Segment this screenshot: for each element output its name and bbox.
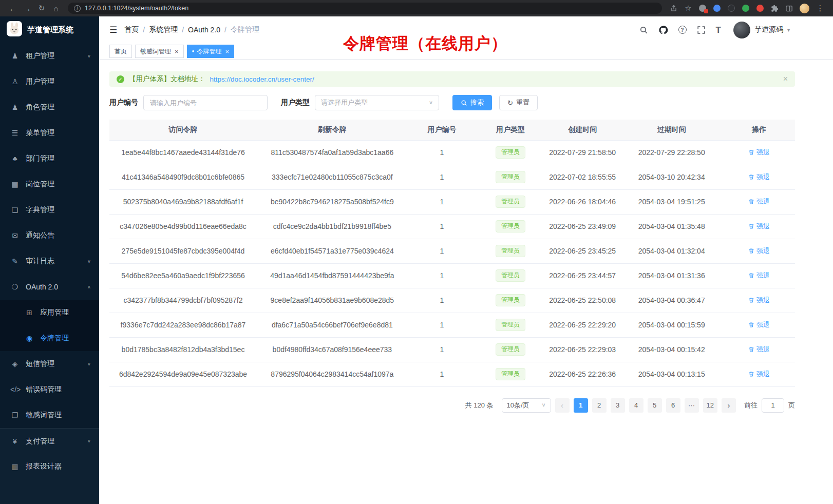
browser-profile-avatar[interactable]	[800, 4, 809, 13]
cell-refresh-token: 49d1aa46d1454fbd87591444423be9fa	[257, 263, 408, 288]
user-profile[interactable]: 芋道源码 ▾	[733, 22, 790, 38]
sidebar-item[interactable]: ☰ 菜单管理	[0, 120, 99, 146]
force-logout-button[interactable]: 强退	[748, 148, 770, 157]
browser-menu-icon[interactable]: ⋮	[813, 2, 827, 14]
extension-icon[interactable]	[699, 5, 706, 12]
cell-user-type: 管理员	[476, 288, 545, 313]
extensions-puzzle-icon[interactable]	[768, 2, 781, 14]
user-type-badge: 管理员	[496, 294, 525, 306]
sidebar-item[interactable]: ♙ 用户管理	[0, 69, 99, 94]
cell-refresh-token: dfa6c71a50a54c66bef706ef9e6e8d81	[257, 313, 408, 337]
user-id-input[interactable]	[143, 95, 268, 110]
user-name: 芋道源码	[754, 25, 783, 34]
sidebar-item[interactable]: ✎ 审计日志 ∨	[0, 248, 99, 274]
doc-link[interactable]: https://doc.iocoder.cn/user-center/	[210, 75, 314, 83]
reset-button[interactable]: ↻ 重置	[499, 95, 538, 110]
goto-page-input[interactable]	[762, 398, 784, 413]
breadcrumb-label[interactable]: 首页	[124, 25, 139, 34]
breadcrumb-label[interactable]: OAuth 2.0	[188, 26, 220, 34]
sidebar-item[interactable]: ✉ 通知公告	[0, 223, 99, 248]
sidebar-item[interactable]: ◈ 短信管理 ∨	[0, 351, 99, 377]
site-info-icon[interactable]: i	[74, 5, 81, 12]
sidebar-item[interactable]: ❍ OAuth 2.0 ∧	[0, 274, 99, 300]
page-number-button[interactable]: 3	[611, 398, 625, 413]
sidebar-item[interactable]: ♟ 角色管理	[0, 94, 99, 120]
force-logout-button[interactable]: 强退	[748, 320, 770, 329]
sidebar-item[interactable]: ▤ 岗位管理	[0, 171, 99, 197]
user-type-label: 用户类型	[281, 98, 310, 107]
sidebar-item[interactable]: ⊞ 应用管理	[0, 300, 99, 325]
collapse-sidebar-icon[interactable]: ☰	[109, 25, 117, 35]
cell-created-time: 2022-06-25 22:29:03	[545, 337, 620, 362]
cell-user-id: 1	[408, 288, 477, 313]
banner-close-icon[interactable]: ×	[783, 74, 788, 84]
token-table: 访问令牌刷新令牌用户编号用户类型创建时间过期时间操作 1ea5e44f8bc14…	[109, 120, 795, 387]
tab-close-icon[interactable]: ×	[225, 48, 229, 55]
app: 芋道管理系统 ♟ 租户管理 ∨ ♙ 用户管理 ♟ 角色管理 ☰	[0, 16, 833, 504]
search-icon[interactable]	[639, 26, 648, 34]
force-logout-button[interactable]: 强退	[748, 345, 770, 354]
help-icon[interactable]: ?	[678, 26, 687, 34]
sidebar-item[interactable]: ¥ 支付管理 ∨	[0, 428, 99, 454]
sidebar-item[interactable]: ▥ 报表设计器	[0, 454, 99, 479]
cell-created-time: 2022-06-25 22:29:20	[545, 313, 620, 337]
extension-icon[interactable]	[713, 5, 721, 12]
search-button[interactable]: 搜索	[452, 95, 492, 110]
page-number-button[interactable]: 6	[666, 398, 680, 413]
tab[interactable]: 敏感词管理 ×	[135, 45, 184, 58]
tab-active-dot: ●	[192, 49, 195, 53]
logo-bar[interactable]: 芋道管理系统	[0, 16, 99, 43]
page-number-button[interactable]: 1	[574, 398, 588, 413]
doc-banner: ✓ 【用户体系】文档地址： https://doc.iocoder.cn/use…	[109, 71, 795, 87]
sidebar-item[interactable]: ❏ 字典管理	[0, 197, 99, 223]
page-number-button[interactable]: 4	[629, 398, 643, 413]
tab-close-icon[interactable]: ×	[175, 48, 179, 55]
page-size-select[interactable]: 10条/页 ∨	[502, 398, 551, 413]
side-panel-icon[interactable]	[782, 2, 796, 14]
sidebar-item[interactable]: ♣ 部门管理	[0, 146, 99, 171]
extension-icon[interactable]	[756, 5, 764, 12]
extension-icon[interactable]	[728, 5, 735, 12]
share-icon[interactable]	[667, 2, 680, 14]
tab[interactable]: 首页	[109, 45, 132, 58]
tab[interactable]: ● 令牌管理 ×	[187, 45, 234, 58]
fullscreen-icon[interactable]	[697, 26, 706, 34]
sidebar-item[interactable]: ◉ 令牌管理	[0, 325, 99, 351]
sidebar-item-label: 短信管理	[26, 359, 81, 369]
force-logout-button[interactable]: 强退	[748, 246, 770, 256]
sidebar-item[interactable]: </> 错误码管理	[0, 377, 99, 402]
back-icon[interactable]: ←	[6, 2, 20, 14]
sidebar-item[interactable]: ♟ 租户管理 ∨	[0, 43, 99, 69]
prev-page-button[interactable]: ‹	[555, 398, 570, 413]
page-number-button[interactable]: 2	[592, 398, 607, 413]
cell-expire-time: 2022-07-29 22:28:50	[620, 140, 723, 165]
github-icon[interactable]	[658, 25, 668, 35]
page-number-button[interactable]: 12	[703, 398, 717, 413]
force-logout-button[interactable]: 强退	[748, 222, 770, 231]
force-logout-button[interactable]: 强退	[748, 296, 770, 305]
filter-bar: 用户编号 用户类型 请选择用户类型 ∨ 搜索 ↻ 重置	[109, 95, 795, 110]
url-bar[interactable]: i 127.0.0.1:1024/system/oauth2/token	[68, 3, 662, 14]
extension-icon[interactable]	[742, 5, 749, 12]
bookmark-star-icon[interactable]: ☆	[681, 2, 695, 14]
user-type-select[interactable]: 请选择用户类型 ∨	[315, 95, 439, 110]
font-size-icon[interactable]: T	[716, 26, 721, 34]
trash-icon	[748, 199, 754, 205]
page-number-button[interactable]: 5	[648, 398, 662, 413]
force-logout-button[interactable]: 强退	[748, 172, 770, 182]
force-logout-button[interactable]: 强退	[748, 197, 770, 206]
sidebar-item[interactable]: ❐ 敏感词管理	[0, 402, 99, 428]
force-logout-button[interactable]: 强退	[748, 370, 770, 379]
user-type-badge: 管理员	[496, 343, 525, 356]
page-number-button[interactable]: ···	[685, 398, 699, 413]
sidebar-item-icon: </>	[10, 385, 20, 394]
forward-icon[interactable]: →	[21, 2, 34, 14]
home-icon[interactable]: ⌂	[49, 2, 63, 14]
next-page-button[interactable]: ›	[722, 398, 736, 413]
breadcrumb-label[interactable]: 令牌管理	[231, 25, 259, 34]
sidebar-item-icon: ▥	[10, 462, 20, 471]
column-header: 操作	[723, 120, 795, 140]
breadcrumb-label[interactable]: 系统管理	[149, 25, 178, 34]
reload-icon[interactable]: ↻	[35, 2, 48, 14]
force-logout-button[interactable]: 强退	[748, 271, 770, 280]
